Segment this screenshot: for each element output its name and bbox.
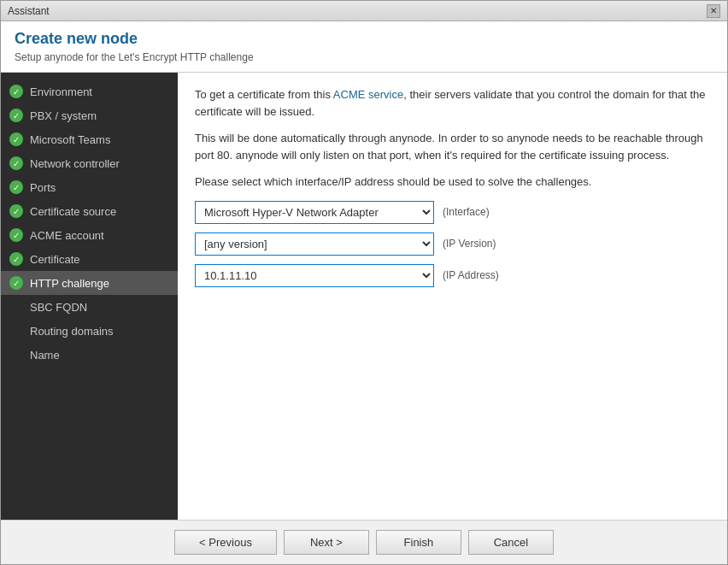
check-icon: ✓	[9, 180, 23, 194]
finish-button[interactable]: Finish	[376, 530, 461, 555]
sidebar-item-label: PBX / system	[30, 109, 97, 122]
title-bar: Assistant ✕	[1, 1, 727, 21]
sidebar-item-microsoft-teams[interactable]: ✓Microsoft Teams	[1, 127, 178, 151]
sidebar-item-label: ACME account	[30, 229, 104, 242]
sidebar-item-label: SBC FQDN	[30, 301, 87, 314]
description-para1: To get a certificate from this ACME serv…	[195, 86, 710, 120]
sidebar-item-certificate-source[interactable]: ✓Certificate source	[1, 199, 178, 223]
header-section: Create new node Setup anynode for the Le…	[1, 21, 727, 73]
sidebar: ✓Environment✓PBX / system✓Microsoft Team…	[1, 73, 178, 520]
select-prompt: Please select which interface/IP address…	[195, 174, 710, 191]
sidebar-item-certificate[interactable]: ✓Certificate	[1, 247, 178, 271]
sidebar-item-sbc-fqdn[interactable]: SBC FQDN	[1, 295, 178, 319]
main-layout: ✓Environment✓PBX / system✓Microsoft Team…	[1, 73, 727, 520]
ip-address-label: (IP Address)	[443, 269, 499, 281]
description-para2: This will be done automatically through …	[195, 130, 710, 163]
no-icon	[9, 348, 23, 362]
sidebar-item-label: Network controller	[30, 157, 120, 170]
cancel-button[interactable]: Cancel	[468, 530, 554, 555]
interface-select[interactable]: Microsoft Hyper-V Network Adapter	[195, 201, 434, 224]
sidebar-item-label: Certificate	[30, 253, 80, 266]
sidebar-item-acme-account[interactable]: ✓ACME account	[1, 223, 178, 247]
window-title: Assistant	[8, 5, 50, 17]
check-icon: ✓	[9, 204, 23, 218]
check-icon: ✓	[9, 228, 23, 242]
sidebar-item-name[interactable]: Name	[1, 343, 178, 367]
sidebar-item-routing-domains[interactable]: Routing domains	[1, 319, 178, 343]
check-icon: ✓	[9, 156, 23, 170]
main-window: Assistant ✕ Create new node Setup anynod…	[0, 0, 728, 565]
no-icon	[9, 300, 23, 314]
check-icon: ✓	[9, 109, 23, 122]
next-button[interactable]: Next >	[284, 530, 369, 555]
no-icon	[9, 324, 23, 338]
check-icon: ✓	[9, 276, 23, 290]
interface-row: Microsoft Hyper-V Network Adapter (Inter…	[195, 201, 710, 224]
previous-button[interactable]: < Previous	[174, 530, 277, 555]
sidebar-item-network-controller[interactable]: ✓Network controller	[1, 151, 178, 175]
ip-version-row: [any version] (IP Version)	[195, 232, 710, 256]
sidebar-item-label: Name	[30, 349, 60, 362]
check-icon: ✓	[9, 252, 23, 266]
sidebar-item-label: Environment	[30, 85, 92, 98]
ip-address-row: 10.1.11.10 (IP Address)	[195, 264, 710, 287]
ip-version-label: (IP Version)	[443, 238, 496, 250]
page-subtitle: Setup anynode for the Let's Encrypt HTTP…	[15, 51, 713, 63]
sidebar-item-http-challenge[interactable]: ✓HTTP challenge	[1, 271, 178, 295]
sidebar-item-label: Routing domains	[30, 325, 114, 338]
sidebar-item-label: Ports	[30, 181, 56, 194]
footer: < Previous Next > Finish Cancel	[1, 520, 727, 564]
sidebar-item-pbx-system[interactable]: ✓PBX / system	[1, 103, 178, 127]
sidebar-item-label: Microsoft Teams	[30, 133, 110, 146]
check-icon: ✓	[9, 132, 23, 146]
sidebar-item-environment[interactable]: ✓Environment	[1, 79, 178, 103]
sidebar-item-label: Certificate source	[30, 205, 116, 218]
main-content: To get a certificate from this ACME serv…	[178, 73, 727, 520]
acme-link: ACME service	[333, 88, 403, 101]
sidebar-item-ports[interactable]: ✓Ports	[1, 175, 178, 199]
page-title: Create new node	[15, 30, 713, 48]
check-icon: ✓	[9, 85, 23, 98]
ip-address-select[interactable]: 10.1.11.10	[195, 264, 434, 287]
close-button[interactable]: ✕	[707, 4, 720, 18]
sidebar-item-label: HTTP challenge	[30, 277, 109, 290]
ip-version-select[interactable]: [any version]	[195, 232, 434, 256]
interface-label: (Interface)	[443, 206, 490, 218]
